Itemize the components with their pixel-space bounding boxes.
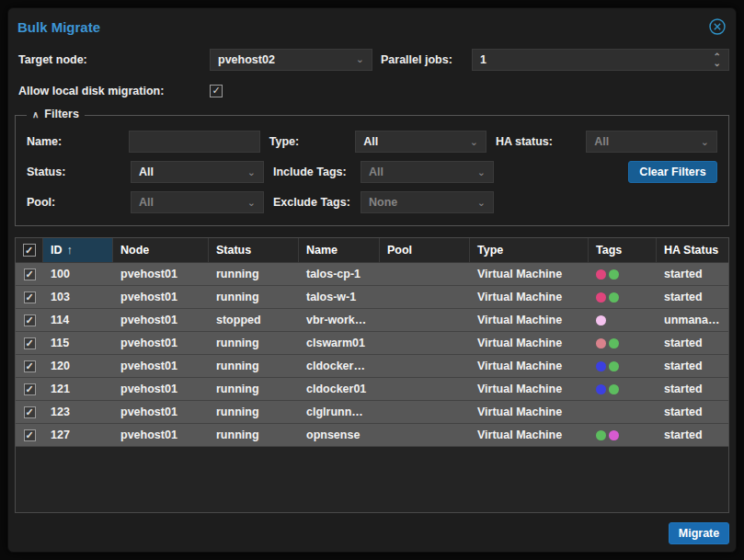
row-pool — [380, 309, 470, 331]
row-pool — [380, 424, 470, 446]
tag-dot — [609, 292, 619, 303]
row-id: 127 — [43, 424, 113, 446]
filter-name-input[interactable] — [129, 131, 260, 153]
close-icon[interactable] — [708, 17, 727, 36]
chevron-down-icon: ⌄ — [247, 166, 256, 178]
target-node-select[interactable]: pvehost02 ⌄ — [210, 49, 372, 71]
local-disk-checkbox[interactable] — [210, 85, 223, 97]
filters-legend[interactable]: ∧ Filters — [27, 108, 85, 120]
column-header-node[interactable]: Node — [113, 238, 209, 262]
migrate-button[interactable]: Migrate — [669, 522, 729, 544]
filter-include-tags-select[interactable]: All ⌄ — [361, 161, 494, 183]
row-checkbox-cell — [16, 332, 43, 354]
tag-dot — [596, 269, 606, 280]
row-checkbox[interactable] — [24, 383, 36, 395]
row-checkbox[interactable] — [24, 291, 36, 303]
column-header-pool[interactable]: Pool — [380, 238, 470, 262]
row-type: Virtual Machine — [470, 263, 589, 285]
filter-exclude-tags-value: None — [369, 196, 397, 209]
column-header-status[interactable]: Status — [209, 238, 299, 262]
row-checkbox[interactable] — [24, 429, 36, 441]
row-id: 114 — [43, 309, 113, 331]
collapse-caret-icon: ∧ — [32, 109, 39, 120]
row-node: pvehost01 — [113, 424, 209, 446]
row-ha-status: started — [657, 424, 728, 446]
tag-dot — [596, 338, 606, 349]
filter-type-label: Type: — [269, 135, 355, 148]
table-row[interactable]: 100 pvehost01 running talos-cp-1 Virtual… — [16, 263, 728, 286]
row-checkbox-cell — [16, 401, 43, 423]
table-header: ID ↑ Node Status Name Pool Type Tags HA … — [16, 238, 728, 263]
row-tags — [589, 401, 657, 423]
row-id: 121 — [43, 378, 113, 400]
chevron-down-icon: ⌄ — [247, 197, 256, 209]
row-ha-status: started — [657, 355, 728, 377]
row-status: running — [209, 401, 299, 423]
filter-status-select[interactable]: All ⌄ — [131, 161, 264, 183]
row-node: pvehost01 — [113, 263, 209, 285]
row-ha-status: started — [657, 286, 728, 308]
local-disk-label: Allow local disk migration: — [18, 85, 210, 97]
row-name: cldocker01 — [299, 378, 380, 400]
row-type: Virtual Machine — [470, 355, 589, 377]
dialog-footer: Migrate — [15, 513, 729, 544]
tag-dot — [609, 384, 619, 394]
row-status: running — [209, 424, 299, 446]
column-header-type[interactable]: Type — [470, 238, 589, 262]
chevron-down-icon: ⌄ — [477, 197, 486, 209]
row-checkbox[interactable] — [24, 314, 36, 326]
tag-dot — [596, 315, 606, 326]
filter-include-tags-label: Include Tags: — [273, 166, 361, 178]
table-row[interactable]: 115 pvehost01 running clswarm01 Virtual … — [16, 332, 728, 355]
row-checkbox[interactable] — [24, 337, 36, 349]
stepper-arrows[interactable]: ⌃ ⌄ — [714, 53, 721, 66]
row-node: pvehost01 — [113, 286, 209, 308]
column-header-name[interactable]: Name — [299, 238, 380, 262]
row-checkbox-cell — [16, 378, 43, 400]
table-row[interactable]: 127 pvehost01 running opnsense Virtual M… — [16, 424, 728, 447]
parallel-jobs-stepper[interactable]: 1 ⌃ ⌄ — [472, 49, 729, 71]
tag-dot — [609, 269, 619, 280]
row-pool — [380, 263, 470, 285]
table-row[interactable]: 114 pvehost01 stopped vbr-work… Virtual … — [16, 309, 728, 332]
row-status: running — [209, 355, 299, 377]
table-row[interactable]: 121 pvehost01 running cldocker01 Virtual… — [16, 378, 728, 401]
filters-row-2: Status: All ⌄ Include Tags: All ⌄ Clear … — [27, 161, 717, 183]
clear-filters-button[interactable]: Clear Filters — [628, 161, 717, 183]
filter-type-value: All — [363, 135, 378, 148]
row-checkbox[interactable] — [24, 406, 36, 418]
table-row[interactable]: 103 pvehost01 running talos-w-1 Virtual … — [16, 286, 728, 309]
row-node: pvehost01 — [113, 332, 209, 354]
row-ha-status: started — [657, 401, 728, 423]
select-all-checkbox[interactable] — [23, 244, 36, 257]
column-header-tags[interactable]: Tags — [589, 238, 657, 262]
column-header-id[interactable]: ID ↑ — [43, 238, 113, 262]
tag-dot — [596, 384, 606, 394]
row-type: Virtual Machine — [470, 424, 589, 446]
filter-pool-select[interactable]: All ⌄ — [131, 191, 264, 213]
row-pool — [380, 378, 470, 400]
filter-status-value: All — [139, 166, 154, 178]
row-name: opnsense — [299, 424, 380, 446]
column-header-ha-status[interactable]: HA Status — [657, 238, 728, 262]
table-row[interactable]: 123 pvehost01 running clglrunn… Virtual … — [16, 401, 728, 424]
filter-ha-status-select[interactable]: All ⌄ — [586, 131, 717, 153]
row-pool — [380, 286, 470, 308]
table-body: 100 pvehost01 running talos-cp-1 Virtual… — [16, 263, 728, 447]
table-row[interactable]: 120 pvehost01 running cldocker… Virtual … — [16, 355, 728, 378]
sort-ascending-icon: ↑ — [67, 244, 73, 257]
row-checkbox[interactable] — [24, 269, 36, 280]
filter-type-select[interactable]: All ⌄ — [355, 131, 486, 153]
filter-name-label: Name: — [27, 135, 129, 148]
row-checkbox[interactable] — [24, 360, 36, 372]
row-pool — [380, 401, 470, 423]
row-checkbox-cell — [16, 309, 43, 331]
filter-exclude-tags-select[interactable]: None ⌄ — [361, 191, 494, 213]
local-disk-row: Allow local disk migration: — [15, 79, 729, 102]
filter-ha-status-label: HA status: — [496, 135, 586, 148]
filter-pool-value: All — [139, 196, 154, 209]
row-status: stopped — [209, 309, 299, 331]
chevron-down-icon: ⌄ — [701, 136, 709, 148]
row-tags — [589, 263, 657, 285]
chevron-down-icon[interactable]: ⌄ — [714, 60, 721, 66]
